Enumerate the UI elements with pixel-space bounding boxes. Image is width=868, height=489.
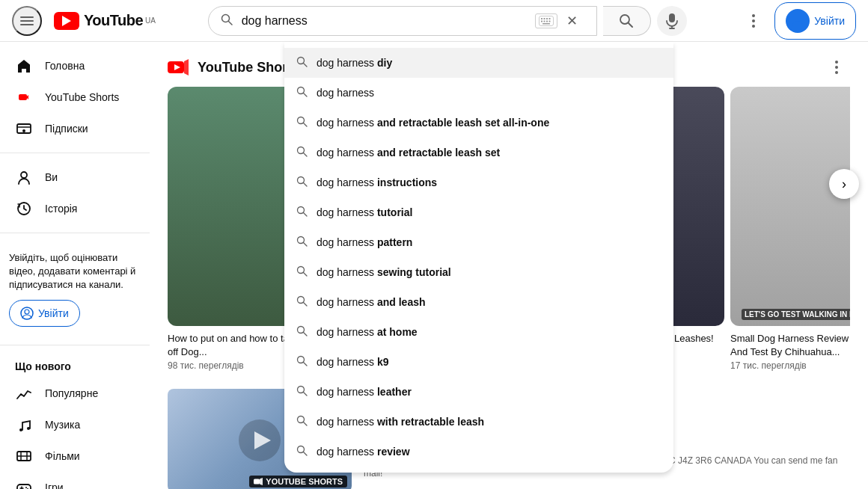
sidebar-item-shorts[interactable]: YouTube Shorts [6, 82, 144, 112]
more-options-button[interactable] [739, 6, 768, 36]
autocomplete-item[interactable]: dog harness and leash [284, 287, 673, 317]
sidebar-item-home[interactable]: Головна [6, 51, 144, 81]
autocomplete-suggestion-text: dog harness and retractable leash set al… [317, 117, 549, 129]
section-more-button[interactable] [823, 54, 850, 81]
svg-marker-84 [260, 478, 263, 485]
sidebar-divider-3 [0, 345, 150, 345]
autocomplete-item[interactable]: dog harness leather [284, 377, 673, 407]
autocomplete-dropdown: dog harness diy dog harness dog harness … [284, 42, 673, 473]
sidebar-shorts-label: YouTube Shorts [45, 91, 119, 103]
svg-rect-10 [541, 20, 542, 22]
svg-point-58 [25, 310, 29, 314]
autocomplete-item[interactable]: dog harness tutorial [284, 197, 673, 227]
svg-rect-6 [541, 18, 542, 19]
svg-line-25 [304, 64, 308, 67]
shorts-badge: YOUTUBE SHORTS [249, 476, 347, 488]
search-suggestion-icon [296, 116, 308, 129]
autocomplete-suggestion-text: dog harness tutorial [317, 206, 412, 218]
autocomplete-suggestion-text: dog harness review [317, 446, 410, 458]
autocomplete-item[interactable]: dog harness k9 [284, 347, 673, 377]
svg-rect-11 [543, 20, 545, 22]
svg-marker-77 [184, 59, 189, 76]
sidebar-item-movies[interactable]: Фільми [6, 441, 144, 471]
svg-rect-52 [19, 94, 27, 100]
short-views: 17 тис. переглядів [730, 360, 850, 371]
svg-point-68 [25, 487, 27, 488]
autocomplete-suggestion-text: dog harness pattern [317, 236, 412, 248]
sidebar-item-history[interactable]: Історія [6, 194, 144, 224]
sidebar-history-label: Історія [45, 203, 77, 215]
sidebar-music-label: Музика [45, 419, 80, 431]
autocomplete-suggestion-text: dog harness [317, 87, 374, 99]
signin-promo-button[interactable]: Увійти [9, 300, 80, 327]
home-icon [15, 57, 33, 75]
autocomplete-item[interactable]: dog harness instructions [284, 167, 673, 197]
autocomplete-item[interactable]: dog harness [284, 78, 673, 108]
logo-icon [54, 12, 79, 30]
short-title: How to put on and how to take off Dog... [168, 332, 302, 359]
autocomplete-item[interactable]: dog harness with retractable leash [284, 407, 673, 437]
search-suggestion-icon [296, 265, 308, 279]
short-title: Small Dog Harness Review And Test By Chi… [730, 332, 850, 359]
sidebar-home-label: Головна [45, 60, 85, 72]
sidebar-divider-2 [0, 233, 150, 233]
svg-line-39 [304, 273, 308, 277]
shorts-icon [15, 88, 33, 106]
keyboard-icon [535, 13, 557, 28]
svg-point-15 [620, 15, 629, 24]
svg-line-37 [304, 243, 308, 247]
autocomplete-suggestion-text: dog harness sewing tutorial [317, 266, 451, 278]
sidebar-item-you[interactable]: Ви [6, 162, 144, 192]
sidebar-item-subscriptions[interactable]: Підписки [6, 114, 144, 144]
logo-country: UA [145, 16, 156, 25]
svg-line-29 [304, 123, 308, 127]
signin-promo-btn-label: Увійти [38, 307, 69, 319]
search-suggestion-icon [296, 56, 308, 70]
autocomplete-item[interactable]: dog harness at home [284, 317, 673, 347]
search-suggestion-icon [296, 176, 308, 189]
autocomplete-item[interactable]: dog harness and retractable leash set [284, 138, 673, 167]
svg-rect-14 [542, 23, 550, 25]
search-suggestion-icon [296, 415, 308, 428]
hamburger-button[interactable] [12, 6, 42, 36]
svg-rect-12 [546, 20, 548, 22]
short-item[interactable]: How to put on and how to take off Dog...… [168, 87, 302, 371]
search-prefix-icon [221, 13, 233, 28]
svg-rect-13 [548, 20, 550, 22]
search-input[interactable] [242, 14, 535, 28]
svg-rect-8 [546, 18, 548, 19]
svg-line-27 [304, 93, 308, 97]
sidebar-gaming-label: Ігри [45, 482, 64, 489]
search-suggestion-icon [296, 236, 308, 249]
svg-line-16 [629, 23, 632, 27]
youtube-logo[interactable]: YouTubeUA [54, 12, 156, 30]
search-area: ✕ [208, 6, 687, 36]
voice-search-button[interactable] [657, 6, 687, 36]
sidebar-movies-label: Фільми [45, 450, 80, 462]
sidebar-item-gaming[interactable]: Ігри [6, 473, 144, 489]
search-suggestion-icon [296, 445, 308, 458]
autocomplete-item[interactable]: dog harness sewing tutorial [284, 257, 673, 287]
svg-line-41 [304, 303, 308, 307]
movies-icon [15, 447, 33, 465]
search-submit-button[interactable] [603, 6, 651, 36]
autocomplete-item[interactable]: dog harness and retractable leash set al… [284, 108, 673, 138]
sidebar-item-trending[interactable]: Популярне [6, 378, 144, 408]
sidebar-item-music[interactable]: Музика [6, 410, 144, 440]
svg-point-80 [835, 71, 838, 74]
autocomplete-item[interactable]: dog harness pattern [284, 227, 673, 257]
signin-button[interactable]: Увійти [774, 2, 856, 40]
sidebar-section-new: Що нового [0, 354, 150, 378]
autocomplete-suggestion-text: dog harness and leash [317, 296, 426, 308]
carousel-next-button[interactable]: › [829, 169, 859, 199]
autocomplete-item[interactable]: dog harness review [284, 437, 673, 467]
svg-point-55 [21, 172, 27, 178]
short-item[interactable]: LET'S GO TEST WALKING IN IT Small Dog Ha… [730, 87, 850, 371]
sidebar-you-label: Ви [45, 171, 58, 183]
signin-promo: Увійдіть, щоб оцінювати відео, додавати … [0, 242, 150, 336]
svg-rect-2 [20, 24, 34, 25]
autocomplete-item[interactable]: dog harness diy [284, 48, 673, 78]
svg-rect-65 [17, 485, 31, 489]
clear-search-button[interactable]: ✕ [560, 9, 584, 33]
yt-shorts-section-icon [168, 59, 189, 76]
